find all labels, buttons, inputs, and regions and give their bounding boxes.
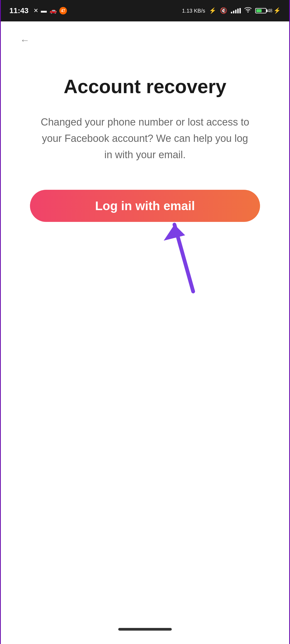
notification-badge: 47 — [59, 7, 67, 14]
charging-icon: ⚡ — [273, 7, 281, 14]
arrow-annotation — [150, 211, 209, 297]
status-right: 1.13 KB/s ⚡ 🔇 — [182, 7, 281, 14]
battery-icon: 48 ⚡ — [255, 7, 281, 14]
back-button[interactable]: ← — [17, 32, 33, 48]
phone-frame: 11:43 ✕ ▬ 🚗 47 1.13 KB/s ⚡ 🔇 — [0, 0, 290, 644]
status-bar: 11:43 ✕ ▬ 🚗 47 1.13 KB/s ⚡ 🔇 — [1, 0, 289, 21]
page-description: Changed your phone number or lost access… — [41, 114, 249, 163]
twitter-x-icon: ✕ — [33, 7, 38, 14]
wifi-icon — [245, 7, 251, 14]
signal-bars-icon — [231, 8, 241, 13]
network-speed: 1.13 KB/s — [182, 8, 205, 14]
button-section: Log in with email — [30, 190, 260, 222]
home-bar — [118, 628, 172, 631]
battery-percent: 48 — [268, 8, 272, 14]
message-icon: ▬ — [41, 7, 47, 14]
status-time: 11:43 — [9, 6, 29, 15]
svg-line-0 — [174, 225, 193, 291]
main-content: Account recovery Changed your phone numb… — [1, 54, 289, 620]
login-with-email-button[interactable]: Log in with email — [30, 190, 260, 222]
svg-marker-1 — [164, 225, 185, 241]
mute-icon: 🔇 — [220, 7, 227, 14]
bluetooth-icon: ⚡ — [209, 7, 216, 14]
back-arrow-icon: ← — [20, 35, 30, 45]
page-title: Account recovery — [64, 75, 226, 98]
top-nav: ← — [1, 21, 289, 54]
status-icons: ✕ ▬ 🚗 47 — [33, 7, 67, 14]
app-content: ← Account recovery Changed your phone nu… — [1, 21, 289, 644]
status-left: 11:43 ✕ ▬ 🚗 47 — [9, 6, 67, 15]
arrow-svg — [150, 211, 209, 297]
driving-icon: 🚗 — [49, 7, 57, 14]
home-indicator — [1, 620, 289, 644]
